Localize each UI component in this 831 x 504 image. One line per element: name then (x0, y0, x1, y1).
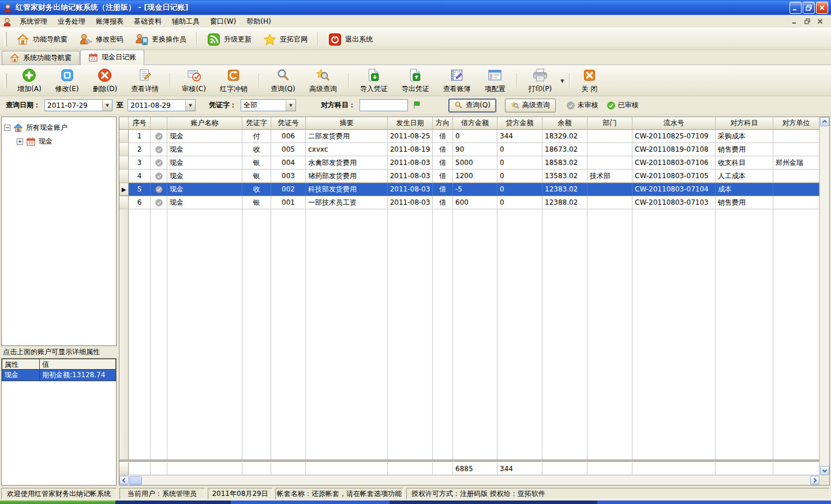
column-header-dept[interactable]: 部门 (587, 117, 632, 130)
menu-help[interactable]: 帮助(H) (241, 15, 276, 28)
column-header-account[interactable]: 账户名称 (167, 117, 242, 130)
close-button[interactable] (816, 2, 828, 14)
restore-button[interactable] (803, 2, 815, 14)
advanced-query-bar-button[interactable]: 高级查询 (505, 99, 556, 112)
mdi-restore-icon[interactable] (803, 17, 811, 25)
footer-debit-total: 6885 (453, 462, 497, 475)
print-button[interactable]: 打印(P) (522, 66, 559, 96)
vertical-scrollbar[interactable] (819, 117, 829, 475)
advanced-query-button[interactable]: 高级查询 (302, 66, 344, 96)
red-reverse-button[interactable]: 红字冲销 (213, 66, 254, 96)
minimize-button[interactable] (789, 2, 802, 14)
table-row[interactable]: 4现金银003猪药部发货费用2011-08-03借1200013583.02技术… (119, 170, 819, 183)
nav-window-button[interactable]: 功能导航窗 (10, 30, 73, 49)
menu-reports[interactable]: 账簿报表 (91, 15, 129, 28)
mdi-close-icon[interactable] (816, 17, 824, 25)
tab-system-nav[interactable]: 系统功能导航窗 (2, 51, 80, 65)
tree-item-all-accounts[interactable]: − 所有现金账户 (4, 121, 114, 134)
collapse-icon[interactable]: − (4, 125, 10, 131)
app-icon (3, 3, 13, 13)
horizontal-scrollbar[interactable] (119, 475, 819, 485)
expand-icon[interactable]: + (17, 138, 23, 145)
cell-seq: 5 (129, 183, 151, 196)
cell-dir: 借 (433, 170, 453, 183)
scrollbar-thumb[interactable] (129, 476, 142, 485)
menu-business[interactable]: 业务处理 (53, 15, 91, 28)
table-row[interactable]: ▶5现金收002科技部发货费用2011-08-03借-5012383.02CW-… (119, 183, 819, 196)
menu-tools[interactable]: 辅助工具 (167, 15, 205, 28)
query-button[interactable]: 查询(Q) (264, 66, 302, 96)
scroll-right-icon[interactable] (810, 476, 819, 485)
view-book-button[interactable]: 查看账簿 (436, 66, 478, 96)
toolbar-grip[interactable] (5, 73, 7, 88)
column-header-subject[interactable]: 对方科目 (716, 117, 773, 130)
column-header-check[interactable] (151, 117, 167, 130)
column-header-seq[interactable]: 序号 (129, 117, 151, 130)
exit-button[interactable]: 退出系统 (323, 30, 379, 49)
mdi-minimize-icon[interactable] (791, 17, 799, 25)
toolbar-grip[interactable] (5, 32, 7, 47)
svg-text:21: 21 (91, 56, 96, 60)
grid-header-row: 序号账户名称凭证字凭证号摘要发生日期方向借方金额贷方金额余额部门流水号对方科目对… (119, 117, 819, 130)
footer-cell (119, 462, 129, 475)
close-view-button[interactable]: 关 闭 (574, 66, 604, 96)
scroll-up-icon[interactable] (820, 117, 829, 126)
column-header-vno[interactable]: 凭证号 (271, 117, 306, 130)
print-dropdown-arrow[interactable]: ▼ (559, 77, 565, 85)
cell-vtype: 收 (242, 183, 271, 196)
import-voucher-button[interactable]: 导入凭证 (353, 66, 395, 96)
cell-subject: 销售费用 (716, 196, 773, 209)
column-header-date[interactable]: 发生日期 (388, 117, 433, 130)
table-row[interactable]: 1现金付006二部发货费用2011-08-25借034418329.02CW-2… (119, 130, 819, 143)
column-header-balance[interactable]: 余额 (542, 117, 587, 130)
table-row[interactable]: 3现金银004水禽部发货费用2011-08-03借5000018583.02CW… (119, 156, 819, 170)
add-button[interactable]: 增加(A) (10, 66, 48, 96)
cell-vno: 002 (271, 183, 306, 196)
chevron-down-icon[interactable]: ▼ (286, 100, 295, 111)
cell-dir: 借 (433, 156, 453, 170)
view-detail-button[interactable]: 查看详情 (124, 66, 166, 96)
audit-button[interactable]: 审核(C) (175, 66, 213, 96)
edit-button[interactable]: 修改(E) (48, 66, 86, 96)
website-button[interactable]: 亚拓官网 (257, 30, 313, 49)
menu-window[interactable]: 窗口(W) (205, 15, 241, 28)
cell-account: 现金 (167, 170, 242, 183)
counter-subject-input[interactable] (360, 99, 408, 111)
column-header-vtype[interactable]: 凭证字 (242, 117, 271, 130)
menu-basedata[interactable]: 基础资料 (129, 15, 167, 28)
footer-cell (306, 462, 388, 475)
delete-button[interactable]: 删除(D) (86, 66, 125, 96)
table-row[interactable]: 2现金收005cxvxc2011-08-19借90018673.02CW-201… (119, 143, 819, 156)
column-header-serial[interactable]: 流水号 (632, 117, 716, 130)
tree-item-cash[interactable]: + 现金 (4, 134, 114, 148)
cell-account: 现金 (167, 183, 242, 196)
voucher-type-combobox[interactable]: 全部 ▼ (241, 99, 296, 111)
footer-cell (433, 462, 453, 475)
cell-unit (773, 183, 819, 196)
chevron-down-icon[interactable]: ▼ (102, 100, 112, 111)
date-from-combobox[interactable]: 2011-07-29 ▼ (44, 99, 113, 111)
upgrade-button[interactable]: 升级更新 (201, 30, 257, 49)
export-voucher-button[interactable]: 导出凭证 (395, 66, 436, 96)
column-header-summary[interactable]: 摘要 (306, 117, 388, 130)
config-button[interactable]: 项配置 (478, 66, 512, 96)
column-header-unit[interactable]: 对方单位 (773, 117, 819, 130)
menu-system[interactable]: 系统管理 (14, 15, 53, 28)
property-row[interactable]: 现金 期初金额:13128.74 (2, 370, 116, 381)
table-row[interactable]: 6现金银001一部技术员工资2011-08-03借600012388.02CW-… (119, 196, 819, 209)
scroll-down-icon[interactable] (820, 466, 829, 475)
query-submit-button[interactable]: 查询(Q) (448, 99, 496, 112)
chevron-down-icon[interactable]: ▼ (185, 100, 195, 111)
scroll-left-icon[interactable] (119, 476, 129, 485)
cell-seq: 6 (129, 196, 151, 209)
column-header-dir[interactable]: 方向 (433, 117, 453, 130)
flag-icon (412, 100, 421, 110)
column-header-credit[interactable]: 贷方金额 (497, 117, 542, 130)
column-header-debit[interactable]: 借方金额 (453, 117, 497, 130)
date-to-combobox[interactable]: 2011-08-29 ▼ (128, 99, 196, 111)
change-operator-button[interactable]: 更换操作员 (129, 30, 192, 49)
tab-cash-journal[interactable]: 21 现金日记账 (80, 50, 144, 65)
cell-unit (773, 143, 819, 156)
cell-date: 2011-08-03 (388, 156, 433, 170)
change-password-button[interactable]: 修改密码 (73, 30, 129, 49)
